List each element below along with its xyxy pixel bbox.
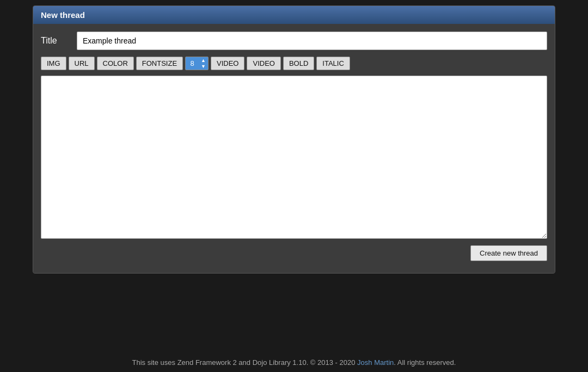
fontsize-up-arrow[interactable]: ▲ bbox=[201, 58, 206, 64]
title-input[interactable] bbox=[77, 32, 547, 50]
video1-button[interactable]: VIDEO bbox=[211, 57, 244, 70]
dialog-title: New thread bbox=[41, 10, 85, 20]
url-button[interactable]: URL bbox=[69, 57, 95, 70]
italic-button[interactable]: ITALIC bbox=[316, 57, 350, 70]
content-textarea[interactable] bbox=[41, 76, 547, 239]
dialog-body: Title IMG URL COLOR FONTSIZE 8 ▲ ▼ VIDEO… bbox=[33, 24, 555, 273]
fontsize-value: 8 bbox=[186, 57, 199, 70]
fontsize-selector[interactable]: 8 ▲ ▼ bbox=[185, 57, 209, 70]
color-button[interactable]: COLOR bbox=[97, 57, 134, 70]
create-thread-button[interactable]: Create new thread bbox=[470, 245, 547, 261]
footer-text-after: . All rights reserved. bbox=[394, 358, 456, 367]
dialog-header: New thread bbox=[33, 6, 555, 24]
actions-row: Create new thread bbox=[41, 245, 547, 261]
video2-button[interactable]: VIDEO bbox=[247, 57, 280, 70]
new-thread-dialog: New thread Title IMG URL COLOR FONTSIZE … bbox=[33, 5, 555, 274]
toolbar: IMG URL COLOR FONTSIZE 8 ▲ ▼ VIDEO VIDEO… bbox=[41, 57, 547, 70]
footer-author-link[interactable]: Josh Martin bbox=[357, 358, 394, 367]
img-button[interactable]: IMG bbox=[41, 57, 66, 70]
fontsize-arrows[interactable]: ▲ ▼ bbox=[199, 58, 208, 70]
page-wrapper: New thread Title IMG URL COLOR FONTSIZE … bbox=[0, 0, 588, 372]
footer-text-before: This site uses Zend Framework 2 and Dojo… bbox=[132, 358, 358, 367]
footer: This site uses Zend Framework 2 and Dojo… bbox=[0, 348, 588, 372]
fontsize-button[interactable]: FONTSIZE bbox=[136, 57, 183, 70]
title-label: Title bbox=[41, 36, 68, 46]
fontsize-down-arrow[interactable]: ▼ bbox=[201, 64, 206, 70]
bold-button[interactable]: BOLD bbox=[283, 57, 314, 70]
title-row: Title bbox=[41, 32, 547, 50]
